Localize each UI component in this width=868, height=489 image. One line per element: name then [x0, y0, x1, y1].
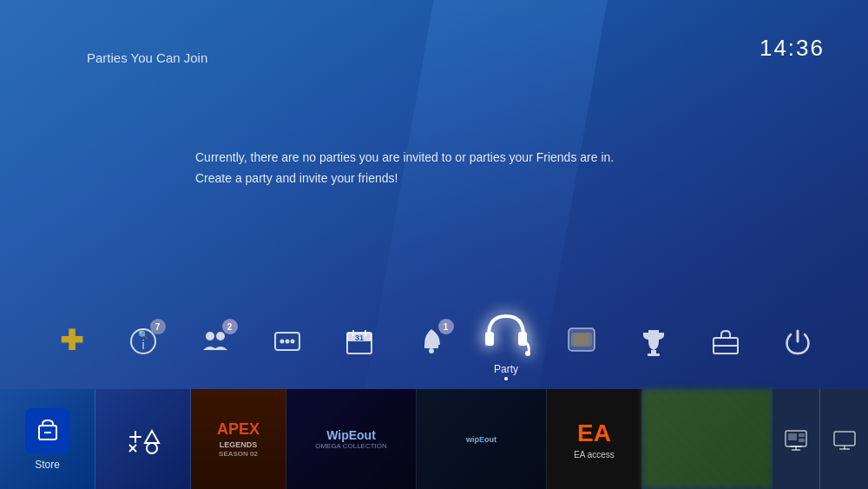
tools-icon — [707, 322, 745, 360]
svg-point-8 — [285, 340, 289, 344]
svg-rect-15 — [424, 345, 438, 348]
nav-item-tools[interactable] — [689, 302, 761, 380]
svg-rect-22 — [575, 334, 589, 345]
party-headset-icon — [480, 307, 532, 360]
calendar-icon: 31 — [340, 322, 378, 360]
svg-rect-23 — [651, 350, 656, 354]
svg-marker-30 — [145, 431, 159, 443]
messages-icon — [268, 322, 306, 360]
svg-rect-17 — [485, 332, 494, 346]
nav-item-friends[interactable]: 2 — [179, 302, 251, 380]
nav-item-chat[interactable] — [545, 302, 617, 380]
nav-item-trophies[interactable] — [617, 302, 689, 380]
game-tile-ea-access[interactable]: EA EA access — [547, 389, 642, 489]
svg-rect-36 — [788, 433, 797, 440]
message-line2: Create a party and invite your friends! — [195, 169, 614, 189]
nav-item-ps-plus[interactable]: ✚ — [35, 302, 107, 380]
svg-rect-42 — [834, 432, 855, 446]
nav-item-info[interactable]: 7 🔍 i — [107, 302, 179, 380]
message-line1: Currently, there are no parties you are … — [195, 148, 614, 169]
nav-items: ✚ 7 🔍 i 2 — [35, 302, 833, 380]
nav-bar: ✚ 7 🔍 i 2 — [0, 298, 868, 385]
notifications-icon: 1 — [412, 322, 450, 360]
friends-badge: 2 — [222, 319, 238, 334]
svg-text:i: i — [141, 338, 144, 352]
section-title: Parties You Can Join — [87, 50, 207, 65]
ea-label: EA access — [574, 450, 615, 459]
svg-point-9 — [290, 340, 294, 344]
friends-icon: 2 — [196, 322, 234, 360]
clock-display: 14:36 — [760, 35, 825, 62]
game-shelf: Store APEX LEGENDS — [0, 389, 868, 489]
ps-plus-icon: ✚ — [52, 322, 90, 360]
svg-point-31 — [147, 443, 157, 453]
game-tile-apex[interactable]: APEX LEGENDS SEASON 02 — [191, 389, 286, 489]
svg-text:✚: ✚ — [59, 326, 82, 356]
nav-item-notifications[interactable]: 1 — [395, 302, 467, 380]
nav-item-power[interactable] — [761, 302, 833, 380]
game-tile-wipeout[interactable]: wipEout — [417, 389, 547, 489]
trophies-icon — [635, 322, 673, 360]
party-label: Party — [494, 363, 518, 375]
svg-text:31: 31 — [354, 334, 363, 342]
message-area: Currently, there are no parties you are … — [195, 148, 614, 189]
nav-item-party[interactable]: Party — [467, 302, 545, 380]
store-label: Store — [35, 459, 60, 471]
game-tile-blurred[interactable] — [642, 389, 773, 489]
game-tile-gallery[interactable] — [773, 389, 820, 489]
game-tile-tv[interactable] — [820, 389, 868, 489]
game-tile-wipeout-art[interactable]: WipEout OMEGA COLLECTION — [286, 389, 417, 489]
nav-item-calendar[interactable]: 31 — [323, 302, 395, 380]
game-tile-games[interactable] — [95, 389, 191, 489]
svg-point-16 — [429, 348, 434, 354]
info-badge: 7 — [150, 319, 166, 334]
svg-rect-37 — [799, 433, 805, 437]
svg-point-7 — [279, 340, 284, 344]
svg-rect-24 — [648, 354, 660, 356]
svg-rect-38 — [799, 439, 805, 442]
svg-point-4 — [206, 332, 214, 340]
svg-point-5 — [216, 332, 225, 340]
nav-item-messages[interactable] — [251, 302, 323, 380]
game-tile-store[interactable]: Store — [0, 389, 95, 489]
svg-point-19 — [525, 351, 530, 356]
info-icon: 7 🔍 i — [124, 322, 162, 360]
chat-icon — [562, 322, 601, 360]
power-icon — [779, 322, 817, 360]
svg-rect-29 — [135, 431, 136, 443]
